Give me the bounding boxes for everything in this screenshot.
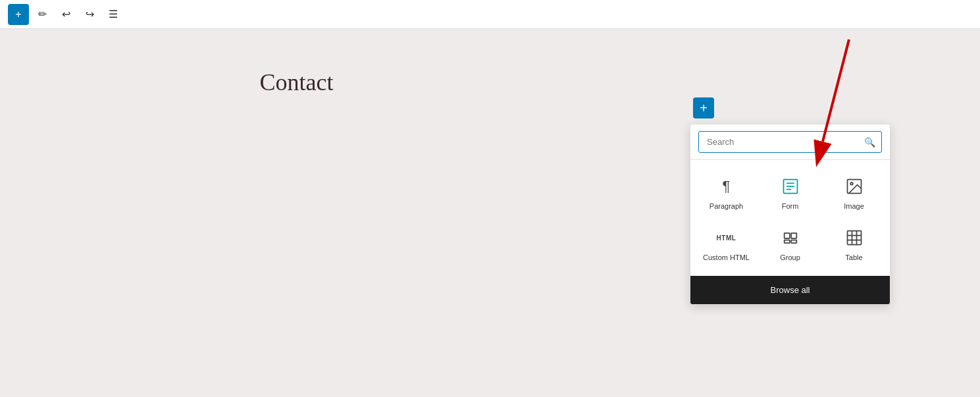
svg-rect-12: [847, 231, 861, 245]
svg-point-7: [850, 182, 853, 185]
block-item-form[interactable]: Form: [762, 171, 818, 214]
block-label-custom-html: Custom HTML: [703, 253, 750, 261]
page-title: Contact: [260, 68, 721, 96]
svg-rect-10: [784, 240, 789, 244]
block-label-image: Image: [844, 202, 864, 210]
block-item-table[interactable]: Table: [826, 222, 882, 265]
undo-button[interactable]: ↩: [55, 4, 76, 25]
svg-rect-9: [791, 233, 796, 238]
edit-button[interactable]: ✏: [32, 4, 53, 25]
group-icon: [779, 226, 802, 250]
undo-icon: ↩: [62, 8, 70, 20]
block-item-custom-html[interactable]: HTML Custom HTML: [698, 222, 754, 265]
list-view-button[interactable]: ☰: [103, 4, 124, 25]
plus-icon: +: [15, 9, 21, 20]
search-box: 🔍: [690, 124, 890, 160]
custom-html-icon: HTML: [715, 226, 738, 250]
paragraph-icon: ¶: [715, 174, 738, 198]
pencil-icon: ✏: [38, 8, 47, 20]
page-content: Contact: [260, 68, 721, 397]
svg-rect-8: [784, 233, 789, 238]
svg-rect-11: [791, 240, 796, 244]
browse-all-button[interactable]: Browse all: [690, 276, 890, 304]
block-label-form: Form: [782, 202, 799, 210]
canvas-add-block-button[interactable]: +: [693, 97, 714, 119]
block-inserter-popup: 🔍 ¶ Paragraph Form: [690, 124, 890, 305]
block-item-image[interactable]: Image: [826, 171, 882, 214]
redo-icon: ↪: [86, 8, 94, 20]
block-label-paragraph: Paragraph: [709, 202, 743, 210]
list-view-icon: ☰: [109, 8, 118, 20]
block-grid: ¶ Paragraph Form: [690, 160, 890, 276]
block-item-group[interactable]: Group: [762, 222, 818, 265]
block-item-paragraph[interactable]: ¶ Paragraph: [698, 171, 754, 214]
form-icon: [779, 174, 802, 198]
add-block-button[interactable]: +: [8, 4, 29, 25]
block-label-group: Group: [780, 253, 800, 261]
search-wrapper: 🔍: [698, 131, 882, 153]
toolbar: + ✏ ↩ ↪ ☰: [0, 0, 980, 29]
canvas-plus-icon: +: [700, 101, 708, 116]
redo-button[interactable]: ↪: [79, 4, 100, 25]
block-label-table: Table: [845, 253, 862, 261]
search-input[interactable]: [698, 131, 882, 153]
image-icon: [842, 174, 866, 198]
table-icon: [842, 226, 866, 250]
